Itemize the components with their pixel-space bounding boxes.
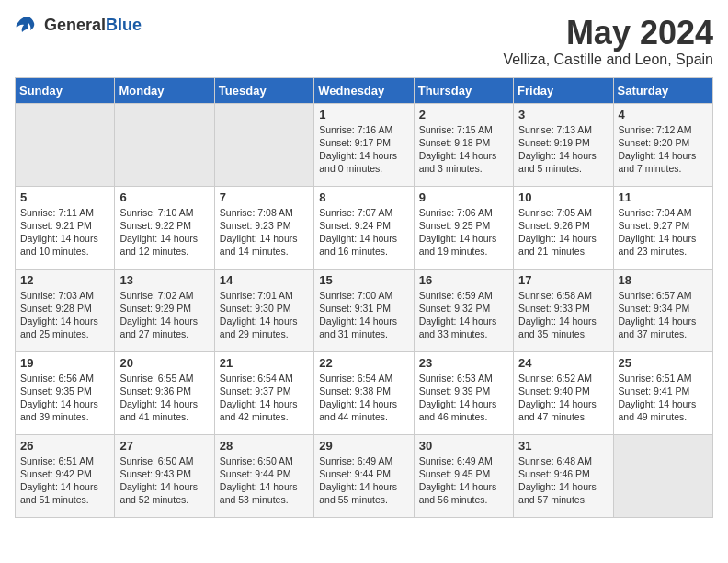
- daylight-text: Daylight: 14 hours and 44 minutes.: [319, 397, 408, 423]
- sunrise-text: Sunrise: 7:15 AM: [419, 123, 508, 136]
- day-header-tuesday: Tuesday: [214, 77, 313, 103]
- day-number: 29: [319, 439, 408, 453]
- calendar-cell: 9Sunrise: 7:06 AMSunset: 9:25 PMDaylight…: [414, 186, 513, 269]
- sunset-text: Sunset: 9:44 PM: [319, 467, 408, 480]
- daylight-text: Daylight: 14 hours and 10 minutes.: [20, 232, 109, 258]
- calendar-cell: 10Sunrise: 7:05 AMSunset: 9:26 PMDayligh…: [514, 186, 613, 269]
- daylight-text: Daylight: 14 hours and 39 minutes.: [20, 397, 109, 423]
- daylight-text: Daylight: 14 hours and 27 minutes.: [119, 315, 209, 340]
- calendar-cell: 1Sunrise: 7:16 AMSunset: 9:17 PMDaylight…: [314, 103, 414, 186]
- day-number: 23: [419, 356, 508, 370]
- calendar-week-row: 12Sunrise: 7:03 AMSunset: 9:28 PMDayligh…: [16, 269, 713, 351]
- day-number: 11: [619, 190, 708, 204]
- day-number: 17: [518, 273, 608, 287]
- calendar-cell: 5Sunrise: 7:11 AMSunset: 9:21 PMDaylight…: [16, 186, 115, 269]
- page-header: GeneralBlue May 2024 Velliza, Castille a…: [15, 15, 713, 68]
- sunrise-text: Sunrise: 7:12 AM: [619, 123, 708, 136]
- daylight-text: Daylight: 14 hours and 52 minutes.: [119, 480, 209, 506]
- sunrise-text: Sunrise: 6:51 AM: [20, 454, 109, 467]
- day-number: 20: [119, 356, 209, 370]
- day-header-wednesday: Wednesday: [314, 77, 414, 103]
- daylight-text: Daylight: 14 hours and 12 minutes.: [119, 232, 209, 258]
- sunset-text: Sunset: 9:39 PM: [419, 385, 508, 397]
- day-number: 26: [20, 439, 109, 453]
- daylight-text: Daylight: 14 hours and 56 minutes.: [419, 480, 508, 506]
- calendar-cell: 18Sunrise: 6:57 AMSunset: 9:34 PMDayligh…: [613, 269, 712, 351]
- calendar-cell: 17Sunrise: 6:58 AMSunset: 9:33 PMDayligh…: [514, 269, 613, 351]
- title-area: May 2024 Velliza, Castille and Leon, Spa…: [503, 15, 713, 68]
- calendar-cell: 2Sunrise: 7:15 AMSunset: 9:18 PMDaylight…: [414, 103, 513, 186]
- daylight-text: Daylight: 14 hours and 31 minutes.: [319, 315, 408, 340]
- calendar-cell: 7Sunrise: 7:08 AMSunset: 9:23 PMDaylight…: [214, 186, 313, 269]
- sunset-text: Sunset: 9:44 PM: [220, 467, 309, 480]
- day-number: 22: [319, 356, 408, 370]
- sunrise-text: Sunrise: 6:54 AM: [220, 372, 309, 385]
- calendar-header-row: SundayMondayTuesdayWednesdayThursdayFrid…: [16, 77, 713, 103]
- day-number: 8: [319, 190, 408, 204]
- calendar-cell: 29Sunrise: 6:49 AMSunset: 9:44 PMDayligh…: [314, 434, 414, 517]
- sunrise-text: Sunrise: 6:52 AM: [518, 372, 608, 385]
- day-number: 24: [518, 356, 608, 370]
- sunrise-text: Sunrise: 7:05 AM: [518, 206, 608, 219]
- daylight-text: Daylight: 14 hours and 19 minutes.: [419, 232, 508, 258]
- sunset-text: Sunset: 9:23 PM: [220, 219, 309, 232]
- sunset-text: Sunset: 9:29 PM: [119, 302, 209, 315]
- sunrise-text: Sunrise: 7:10 AM: [119, 206, 209, 219]
- sunrise-text: Sunrise: 6:54 AM: [319, 372, 408, 385]
- sunrise-text: Sunrise: 7:11 AM: [20, 206, 109, 219]
- day-number: 13: [119, 273, 209, 287]
- location-title: Velliza, Castille and Leon, Spain: [503, 52, 713, 68]
- calendar-week-row: 5Sunrise: 7:11 AMSunset: 9:21 PMDaylight…: [16, 186, 713, 269]
- sunrise-text: Sunrise: 7:04 AM: [619, 206, 708, 219]
- calendar-week-row: 19Sunrise: 6:56 AMSunset: 9:35 PMDayligh…: [16, 351, 713, 434]
- sunset-text: Sunset: 9:37 PM: [220, 385, 309, 397]
- calendar-cell: 27Sunrise: 6:50 AMSunset: 9:43 PMDayligh…: [115, 434, 214, 517]
- sunset-text: Sunset: 9:28 PM: [20, 302, 109, 315]
- daylight-text: Daylight: 14 hours and 33 minutes.: [419, 315, 508, 340]
- sunset-text: Sunset: 9:20 PM: [619, 136, 708, 149]
- calendar-cell: 20Sunrise: 6:55 AMSunset: 9:36 PMDayligh…: [115, 351, 214, 434]
- day-number: 4: [619, 108, 708, 121]
- sunset-text: Sunset: 9:41 PM: [619, 385, 708, 397]
- day-number: 30: [419, 439, 508, 453]
- sunset-text: Sunset: 9:36 PM: [119, 385, 209, 397]
- calendar-cell: 24Sunrise: 6:52 AMSunset: 9:40 PMDayligh…: [514, 351, 613, 434]
- sunrise-text: Sunrise: 6:51 AM: [619, 372, 708, 385]
- daylight-text: Daylight: 14 hours and 21 minutes.: [518, 232, 608, 258]
- day-header-monday: Monday: [115, 77, 214, 103]
- calendar-cell: 25Sunrise: 6:51 AMSunset: 9:41 PMDayligh…: [613, 351, 712, 434]
- sunset-text: Sunset: 9:33 PM: [518, 302, 608, 315]
- sunrise-text: Sunrise: 6:55 AM: [119, 372, 209, 385]
- day-number: 27: [119, 439, 209, 453]
- daylight-text: Daylight: 14 hours and 0 minutes.: [319, 149, 408, 175]
- calendar-cell: 28Sunrise: 6:50 AMSunset: 9:44 PMDayligh…: [214, 434, 313, 517]
- sunrise-text: Sunrise: 7:08 AM: [220, 206, 309, 219]
- day-number: 18: [619, 273, 708, 287]
- day-number: 21: [220, 356, 309, 370]
- calendar-week-row: 1Sunrise: 7:16 AMSunset: 9:17 PMDaylight…: [16, 103, 713, 186]
- day-number: 31: [518, 439, 608, 453]
- sunset-text: Sunset: 9:26 PM: [518, 219, 608, 232]
- sunrise-text: Sunrise: 7:07 AM: [319, 206, 408, 219]
- daylight-text: Daylight: 14 hours and 51 minutes.: [20, 480, 109, 506]
- sunset-text: Sunset: 9:30 PM: [220, 302, 309, 315]
- daylight-text: Daylight: 14 hours and 42 minutes.: [220, 397, 309, 423]
- daylight-text: Daylight: 14 hours and 46 minutes.: [419, 397, 508, 423]
- sunset-text: Sunset: 9:40 PM: [518, 385, 608, 397]
- day-number: 28: [220, 439, 309, 453]
- sunrise-text: Sunrise: 6:50 AM: [119, 454, 209, 467]
- calendar-cell: 14Sunrise: 7:01 AMSunset: 9:30 PMDayligh…: [214, 269, 313, 351]
- calendar-cell: 8Sunrise: 7:07 AMSunset: 9:24 PMDaylight…: [314, 186, 414, 269]
- sunrise-text: Sunrise: 7:13 AM: [518, 123, 608, 136]
- sunrise-text: Sunrise: 6:57 AM: [619, 289, 708, 302]
- calendar-cell: 16Sunrise: 6:59 AMSunset: 9:32 PMDayligh…: [414, 269, 513, 351]
- calendar-cell: 26Sunrise: 6:51 AMSunset: 9:42 PMDayligh…: [16, 434, 115, 517]
- day-number: 9: [419, 190, 508, 204]
- calendar-cell: 13Sunrise: 7:02 AMSunset: 9:29 PMDayligh…: [115, 269, 214, 351]
- daylight-text: Daylight: 14 hours and 35 minutes.: [518, 315, 608, 340]
- sunrise-text: Sunrise: 6:48 AM: [518, 454, 608, 467]
- daylight-text: Daylight: 14 hours and 5 minutes.: [518, 149, 608, 175]
- daylight-text: Daylight: 14 hours and 41 minutes.: [119, 397, 209, 423]
- sunrise-text: Sunrise: 7:03 AM: [20, 289, 109, 302]
- sunrise-text: Sunrise: 6:50 AM: [220, 454, 309, 467]
